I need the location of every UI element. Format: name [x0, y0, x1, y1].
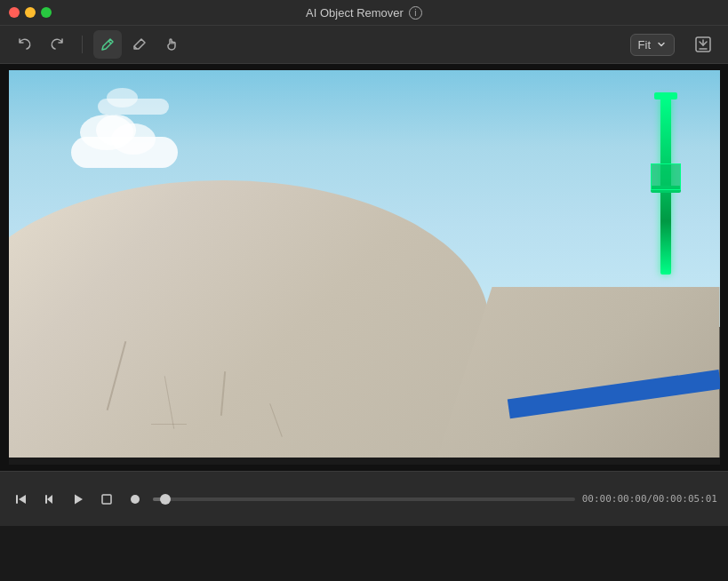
svg-point-4 [131, 495, 140, 504]
info-icon[interactable]: i [409, 6, 422, 20]
maximize-button[interactable] [41, 7, 52, 18]
toolbar: Fit [0, 25, 728, 64]
stop-button[interactable] [96, 489, 117, 510]
redo-icon [49, 36, 65, 52]
step-back-icon [43, 492, 57, 506]
progress-track[interactable] [153, 497, 575, 501]
undo-button[interactable] [11, 30, 39, 59]
step-back-button[interactable] [39, 489, 60, 510]
video-frame [9, 70, 720, 465]
title-label: AI Object Remover [306, 6, 404, 20]
brush-button[interactable] [93, 30, 122, 59]
time-display: 00:00:00:00/00:00:05:01 [582, 493, 717, 505]
brush-icon [100, 36, 116, 52]
skip-back-icon [14, 492, 28, 506]
hand-icon [164, 36, 180, 52]
svg-rect-3 [102, 495, 111, 504]
hand-button[interactable] [157, 30, 186, 59]
svg-rect-2 [45, 495, 47, 504]
canvas-area[interactable] [0, 64, 728, 471]
cloud-group-1 [62, 115, 187, 168]
eraser-icon [132, 36, 148, 52]
bottom-edge [9, 458, 720, 465]
separator-1 [82, 36, 83, 53]
export-icon [693, 35, 713, 54]
cloud-group-2 [98, 88, 169, 115]
redo-button[interactable] [43, 30, 71, 59]
minimize-button[interactable] [25, 7, 36, 18]
green-box [651, 163, 681, 190]
chevron-down-icon [656, 39, 667, 50]
record-button[interactable] [124, 489, 146, 510]
svg-rect-1 [16, 495, 18, 504]
close-button[interactable] [9, 7, 20, 18]
eraser-button[interactable] [125, 30, 154, 59]
player-controls: 00:00:00:00/00:00:05:01 [11, 489, 717, 510]
export-button[interactable] [689, 30, 717, 59]
green-arm-top [654, 92, 677, 99]
undo-icon [17, 36, 33, 52]
app-title: AI Object Remover i [306, 6, 422, 20]
window-controls [9, 7, 52, 18]
stop-icon [100, 492, 114, 506]
player-bar: 00:00:00:00/00:00:05:01 [0, 471, 728, 526]
fit-dropdown[interactable]: Fit [630, 34, 675, 56]
skip-back-button[interactable] [11, 489, 32, 510]
play-icon [71, 492, 85, 506]
play-button[interactable] [68, 489, 89, 510]
crack-5 [151, 424, 187, 425]
title-bar: AI Object Remover i [0, 0, 728, 25]
fit-label: Fit [638, 38, 651, 52]
record-icon [128, 492, 142, 506]
progress-thumb[interactable] [160, 494, 171, 505]
